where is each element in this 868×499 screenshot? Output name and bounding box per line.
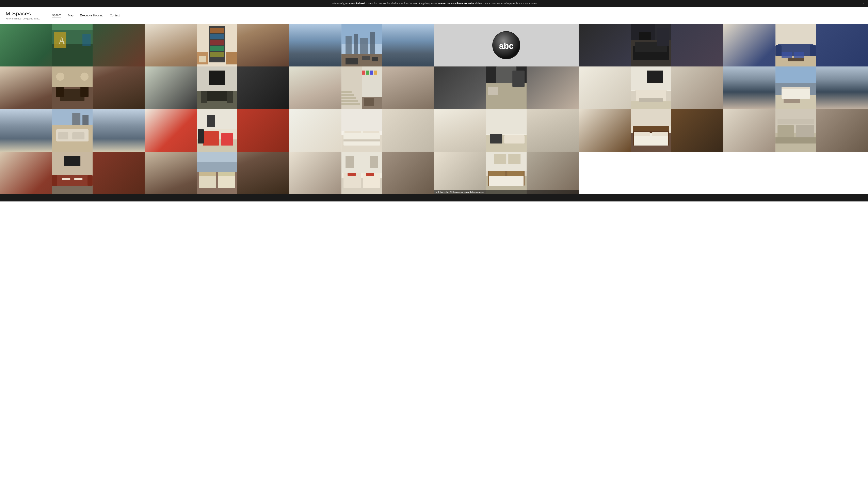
svg-rect-158 <box>197 162 237 172</box>
svg-rect-167 <box>370 156 378 168</box>
gallery-item[interactable] <box>724 109 868 151</box>
gallery-item-caption[interactable]: ur full-size bed! It has an over-sized d… <box>434 151 579 194</box>
nav-map[interactable]: Map <box>68 14 73 17</box>
svg-point-51 <box>80 73 88 81</box>
svg-rect-25 <box>372 57 378 61</box>
svg-rect-24 <box>362 56 370 60</box>
nav-executive-housing[interactable]: Executive Housing <box>80 14 103 17</box>
svg-rect-14 <box>226 52 237 64</box>
svg-rect-42 <box>794 52 804 58</box>
svg-rect-117 <box>341 109 382 131</box>
svg-rect-60 <box>341 66 362 109</box>
svg-rect-164 <box>366 173 374 176</box>
gallery-item[interactable]: A <box>0 24 144 66</box>
svg-rect-78 <box>512 71 525 87</box>
gallery-item[interactable] <box>0 66 144 109</box>
svg-rect-101 <box>58 132 68 139</box>
svg-rect-176 <box>508 154 520 164</box>
svg-rect-71 <box>374 71 377 75</box>
svg-rect-171 <box>489 176 524 186</box>
svg-rect-116 <box>343 139 380 142</box>
gallery-item[interactable] <box>289 24 434 66</box>
svg-rect-94 <box>783 99 800 103</box>
svg-rect-150 <box>64 156 80 166</box>
gallery-item[interactable] <box>724 24 868 66</box>
svg-rect-108 <box>197 109 237 129</box>
svg-rect-85 <box>639 98 663 102</box>
gallery-item[interactable] <box>579 66 723 109</box>
nav-contact[interactable]: Contact <box>110 14 120 17</box>
gallery-item[interactable] <box>289 66 434 109</box>
svg-text:abc: abc <box>499 41 514 51</box>
site-logo[interactable]: M-Spaces <box>6 11 40 17</box>
gallery-item[interactable] <box>289 151 434 194</box>
svg-rect-58 <box>227 91 233 103</box>
svg-rect-64 <box>341 97 356 99</box>
svg-rect-126 <box>486 109 527 134</box>
svg-rect-93 <box>781 89 810 99</box>
logo-area: M-Spaces Fully furnished, gorgeous livin… <box>6 11 40 20</box>
svg-rect-132 <box>634 132 650 136</box>
svg-rect-70 <box>370 71 373 75</box>
gallery-item[interactable] <box>144 66 289 109</box>
svg-rect-39 <box>776 45 781 56</box>
gallery-caption: ur full-size bed! It has an over-sized d… <box>434 190 579 194</box>
svg-rect-43 <box>788 58 804 61</box>
svg-rect-15 <box>199 56 206 62</box>
svg-rect-156 <box>199 172 216 176</box>
svg-rect-68 <box>362 71 365 75</box>
gallery-item[interactable] <box>434 66 579 109</box>
svg-point-50 <box>56 73 64 81</box>
svg-rect-19 <box>354 34 358 56</box>
banner-close-button[interactable]: × <box>863 1 865 6</box>
site-header: M-Spaces Fully furnished, gorgeous livin… <box>0 7 868 24</box>
gallery-item[interactable] <box>579 24 723 66</box>
photo-gallery: A <box>0 24 868 194</box>
svg-rect-63 <box>341 100 358 102</box>
svg-rect-83 <box>631 91 636 101</box>
svg-rect-40 <box>810 45 816 56</box>
svg-rect-166 <box>345 156 354 168</box>
banner-bold1: M-Spaces is closed. <box>345 2 365 5</box>
banner-text: Unfortunately, M-Spaces is closed. It wa… <box>331 2 538 5</box>
svg-rect-23 <box>345 58 358 64</box>
svg-rect-87 <box>647 71 663 83</box>
abc-logo-cell[interactable]: abc <box>434 24 579 66</box>
svg-rect-102 <box>72 132 85 139</box>
svg-rect-69 <box>366 71 369 75</box>
site-tagline: Fully furnished, gorgeous living. <box>6 17 40 20</box>
svg-rect-41 <box>781 52 792 58</box>
svg-rect-73 <box>364 98 374 106</box>
svg-rect-57 <box>201 91 207 103</box>
svg-rect-21 <box>370 32 375 56</box>
gallery-item[interactable] <box>144 109 289 151</box>
site-footer <box>0 194 868 202</box>
gallery-item[interactable] <box>724 66 868 109</box>
gallery-item[interactable] <box>434 109 579 151</box>
svg-rect-11 <box>210 46 224 51</box>
gallery-item[interactable] <box>579 109 723 151</box>
svg-rect-110 <box>207 115 215 127</box>
svg-rect-146 <box>88 175 92 186</box>
nav-spaces[interactable]: Spaces <box>52 13 62 17</box>
gallery-item[interactable] <box>0 109 144 151</box>
svg-rect-79 <box>488 87 498 95</box>
gallery-item[interactable] <box>289 109 434 151</box>
svg-rect-144 <box>54 174 90 186</box>
svg-rect-84 <box>666 91 671 101</box>
svg-rect-147 <box>62 178 70 180</box>
banner-bold2: None of the leases below are active. <box>438 2 475 5</box>
gallery-item[interactable] <box>144 151 289 194</box>
svg-rect-10 <box>210 40 224 45</box>
svg-rect-133 <box>652 132 668 136</box>
svg-text:A: A <box>58 35 65 46</box>
svg-rect-175 <box>494 154 506 164</box>
gallery-item[interactable] <box>0 151 144 194</box>
svg-rect-62 <box>341 103 360 105</box>
announcement-banner: Unfortunately, M-Spaces is closed. It wa… <box>0 0 868 7</box>
svg-rect-56 <box>209 71 225 85</box>
svg-rect-145 <box>52 175 57 186</box>
main-nav: Spaces Map Executive Housing Contact <box>52 13 120 17</box>
gallery-item[interactable] <box>144 24 289 66</box>
svg-rect-65 <box>341 94 354 96</box>
